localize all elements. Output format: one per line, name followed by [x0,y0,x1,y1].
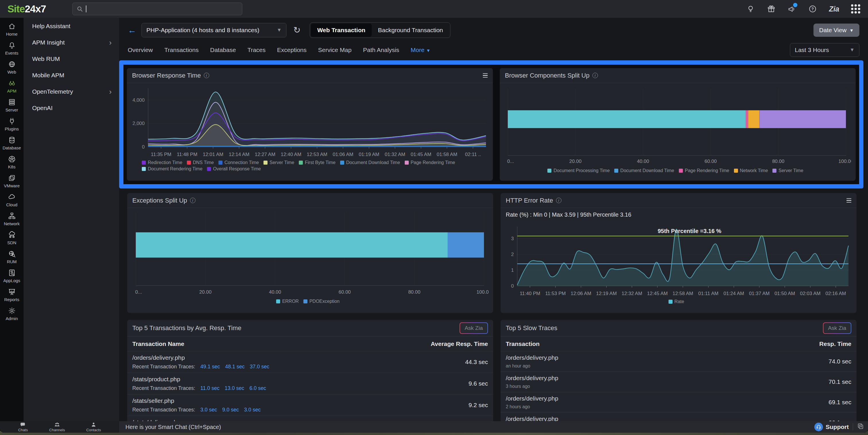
legend-item[interactable]: Overall Response Time [207,166,260,172]
trace-link[interactable]: 11.0 sec [200,385,220,391]
legend-item[interactable]: Document Download Time [340,160,400,165]
transaction-name[interactable]: /stats/seller.php [132,397,260,404]
legend-item[interactable]: Server Time [772,168,803,173]
legend-item[interactable]: DNS Time [187,160,214,165]
idea-icon[interactable] [746,5,755,13]
sidebar-item-applogs[interactable]: AppLogs [0,269,24,283]
table-row[interactable]: /stats/product.phpRecent Transaction Tra… [127,373,493,395]
copy-icon[interactable] [857,423,864,431]
sidebar-item-web[interactable]: Web [0,60,24,75]
tab-web-transaction[interactable]: Web Transaction [311,24,372,37]
trace-link[interactable]: 48.1 sec [225,364,245,370]
announcements-icon[interactable] [787,5,796,13]
menu-item-mobile-apm[interactable]: Mobile APM [24,67,119,83]
sidebar-item-network[interactable]: Network [0,212,24,226]
legend-item[interactable]: Server Time [264,160,294,165]
browser-components-chart[interactable]: 0...20.0040.0060.0080.00100.00 [504,84,851,166]
sidebar-item-home[interactable]: Home [0,22,24,36]
legend-item[interactable]: Network Time [734,168,768,173]
info-icon[interactable]: i [556,198,561,203]
sidebar-item-plugins[interactable]: Plugins [0,117,24,131]
contacts-button[interactable]: Contacts [86,422,101,432]
info-icon[interactable]: i [190,198,195,203]
site24x7-logo[interactable]: Site24x7 [7,3,46,14]
table-row[interactable]: /stats/seller.phpRecent Transaction Trac… [127,395,493,416]
transaction-name[interactable]: /orders/delivery.php [506,415,558,421]
nav-tab-overview[interactable]: Overview [128,47,153,53]
date-view-button[interactable]: Date View▼ [813,24,859,37]
zia-icon[interactable]: Zia [829,5,839,13]
trace-link[interactable]: 3.0 sec [244,407,260,413]
legend-item[interactable]: PDOException [303,299,340,304]
apps-grid-icon[interactable] [851,5,860,13]
legend-item[interactable]: Connection Time [218,160,259,165]
menu-item-help-assistant[interactable]: Help Assistant [24,18,119,34]
sidebar-item-cloud[interactable]: Cloud [0,193,24,207]
transaction-name[interactable]: /stats/product.php [132,376,266,383]
sidebar-item-database[interactable]: Database [0,136,24,150]
transaction-name[interactable]: /orders/delivery.php [506,354,558,361]
menu-item-openai[interactable]: OpenAI [24,100,119,116]
table-row[interactable]: /orders/delivery.php3 hours ago70.1 sec [501,372,857,392]
legend-item[interactable]: First Byte Time [299,160,336,165]
legend-item[interactable]: Page Rendering Time [405,160,455,165]
menu-item-opentelemetry[interactable]: OpenTelemetry› [24,83,119,100]
exceptions-split-chart[interactable]: 0...20.0040.0060.0080.00100.00 [132,209,489,297]
table-row[interactable]: /orders/delivery.phpan hour ago74.0 sec [501,351,857,372]
trace-link[interactable]: 13.0 sec [225,385,244,391]
legend-item[interactable]: Document Rendering Time [142,166,203,172]
panel-menu-icon[interactable] [483,73,488,78]
menu-item-web-rum[interactable]: Web RUM [24,51,119,67]
application-selector[interactable]: PHP-Application (4 hosts and 8 instances… [142,23,286,37]
table-row[interactable]: /orders/delivery.php2 hours ago69.1 sec [501,392,857,413]
nav-tab-path-analysis[interactable]: Path Analysis [363,47,399,53]
info-icon[interactable]: i [204,73,209,78]
search-input[interactable] [86,5,224,12]
transaction-name[interactable]: /stats/delivery.php [132,419,181,421]
nav-tab-traces[interactable]: Traces [247,47,266,53]
nav-tab-transactions[interactable]: Transactions [164,47,198,53]
transaction-name[interactable]: /orders/delivery.php [506,395,558,402]
sidebar-item-sdn[interactable]: SDN [0,231,24,245]
ask-zia-button[interactable]: Ask Zia [823,322,851,334]
support-button[interactable]: Support [814,423,849,431]
back-arrow-icon[interactable]: ← [128,26,136,34]
trace-link[interactable]: 6.0 sec [249,385,266,391]
legend-item[interactable]: Redirection Time [142,160,182,165]
nav-tab-database[interactable]: Database [210,47,236,53]
menu-item-apm-insight[interactable]: APM Insight› [24,34,119,51]
sidebar-item-admin[interactable]: Admin [0,307,24,321]
table-row[interactable]: /orders/delivery.phpRecent Transaction T… [127,351,493,373]
http-error-rate-chart[interactable]: 012311:40 PM11:53 PM12:06 AM12:19 AM12:3… [505,219,852,297]
sidebar-item-k8s[interactable]: K8s [0,155,24,169]
transaction-name[interactable]: /orders/delivery.php [506,375,558,382]
table-row[interactable]: /orders/delivery.php13 minutes ago66.1 s… [501,413,857,421]
sidebar-item-events[interactable]: Events [0,41,24,55]
legend-item[interactable]: Document Download Time [614,168,674,173]
panel-menu-icon[interactable] [846,198,851,203]
nav-tab-exceptions[interactable]: Exceptions [277,47,307,53]
legend-item[interactable]: Page Rendering Time [679,168,730,173]
ask-zia-button[interactable]: Ask Zia [460,322,488,334]
legend-item[interactable]: Rate [669,299,684,304]
sidebar-item-vmware[interactable]: VMware [0,174,24,188]
gift-icon[interactable] [767,5,776,13]
trace-link[interactable]: 3.0 sec [200,407,217,413]
info-icon[interactable]: i [592,73,598,78]
chats-button[interactable]: Chats [18,422,28,432]
help-icon[interactable]: ? [808,5,817,13]
trace-link[interactable]: 37.0 sec [250,364,269,370]
tab-background-transaction[interactable]: Background Transaction [372,24,449,37]
channels-button[interactable]: Channels [49,422,65,432]
nav-tab-more[interactable]: More▼ [411,47,431,53]
browser-response-time-chart[interactable]: 02,0004,00011:35 PM11:48 PM12:01 AM12:14… [131,84,488,158]
legend-item[interactable]: Document Processing Time [547,168,610,173]
sidebar-item-reports[interactable]: Reports [0,288,24,302]
trace-link[interactable]: 9.0 sec [222,407,239,413]
refresh-icon[interactable]: ↻ [293,26,301,34]
smart-chat-bar[interactable]: Here is your Smart Chat (Ctrl+Space) [119,421,794,433]
sidebar-item-server[interactable]: Server [0,98,24,112]
sidebar-item-rum[interactable]: RUM [0,250,24,264]
legend-item[interactable]: ERROR [276,299,299,304]
global-search[interactable] [72,3,242,15]
